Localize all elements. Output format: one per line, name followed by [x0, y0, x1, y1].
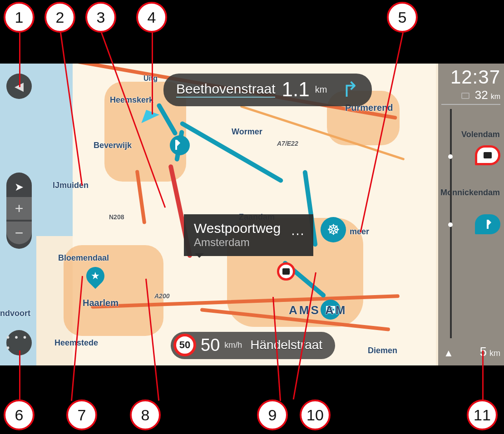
selected-location-name: Westpoortweg — [194, 221, 281, 236]
map-label: AMS AM — [289, 303, 347, 317]
speed-panel: 50 50 km/h Händelstraat — [171, 332, 335, 359]
road-shield-label: A200 — [154, 292, 169, 300]
selected-location-city: Amsterdam — [194, 236, 281, 249]
callout-10: 10 — [300, 399, 331, 430]
callout-line — [19, 350, 20, 400]
zoom-view-cluster: ➤ + − — [6, 173, 32, 249]
callout-line — [482, 350, 484, 400]
current-street-name: Händelstraat — [250, 338, 322, 352]
turn-right-icon: ↱ — [341, 77, 359, 102]
next-distance-unit: km — [315, 84, 327, 95]
callout-3: 3 — [85, 2, 116, 33]
callout-1: 1 — [4, 2, 35, 33]
arrival-divider — [441, 104, 500, 105]
callout-2: 2 — [44, 2, 75, 33]
minus-icon: − — [15, 225, 24, 242]
callout-line — [19, 33, 20, 87]
road-shield-label: N208 — [109, 213, 124, 221]
steering-wheel-icon: ☸ — [327, 221, 340, 238]
map-label: Wormer — [232, 127, 262, 137]
map-label: Diemen — [368, 346, 397, 355]
callout-line — [152, 33, 153, 114]
route-bar-scale-unit: km — [489, 349, 500, 358]
map-label: Bloemendaal — [58, 253, 109, 263]
route-bar-current-arrow-icon: ▲ — [444, 347, 454, 359]
next-road-name: Beethovenstraat — [176, 81, 275, 98]
route-bar-camera-icon[interactable] — [475, 145, 500, 165]
route-bar[interactable]: 12:37 32 km ▲ 5 km — [438, 64, 504, 365]
remaining-distance-unit: km — [491, 93, 500, 101]
callout-4: 4 — [136, 2, 167, 33]
route-bar-waypoint-icon[interactable] — [475, 214, 500, 234]
map-label: Beverwijk — [94, 141, 132, 150]
drive-here-button[interactable]: ☸ — [321, 217, 346, 242]
map-label: meer — [350, 227, 369, 237]
map-viewport[interactable]: ★ Heemskerk Beverwijk IJmuiden Bloemenda… — [0, 64, 504, 365]
remaining-distance-value: 32 — [475, 88, 488, 102]
selected-location-popup[interactable]: Westpoortweg Amsterdam ⋮ ☸ — [184, 214, 313, 256]
location-arrow-icon: ➤ — [15, 181, 24, 193]
map-label: Uitg — [143, 74, 158, 83]
map-label: IJmuiden — [53, 181, 89, 190]
callout-5: 5 — [387, 2, 418, 33]
callout-11: 11 — [467, 399, 498, 430]
road-shield-label: A7/E22 — [277, 140, 298, 147]
arrival-panel[interactable]: 12:37 32 km — [441, 66, 500, 105]
arrival-time: 12:37 — [441, 66, 500, 88]
waypoint-marker-icon[interactable] — [170, 135, 190, 155]
next-instruction-panel[interactable]: Beethovenstraat 1.1 km ↱ — [163, 74, 372, 106]
speed-camera-icon[interactable] — [277, 262, 295, 281]
map-label: Haarlem — [83, 298, 119, 308]
plus-icon: + — [15, 200, 24, 217]
switch-view-button[interactable]: ➤ — [6, 177, 32, 197]
callout-9: 9 — [257, 399, 288, 430]
zoom-out-button[interactable]: − — [6, 222, 32, 244]
current-speed-value: 50 — [201, 335, 220, 355]
destination-flag-icon — [461, 93, 469, 99]
speed-limit-sign: 50 — [173, 334, 196, 356]
popup-more-button[interactable]: ⋮ — [292, 228, 304, 242]
zoom-in-button[interactable]: + — [6, 197, 32, 220]
route-bar-dot — [448, 154, 453, 159]
callout-7: 7 — [66, 399, 97, 430]
speed-limit-value: 50 — [179, 339, 190, 351]
map-label: ndvoort — [0, 309, 30, 318]
route-bar-dot — [448, 222, 453, 227]
next-distance-value: 1.1 — [282, 78, 309, 101]
map-label: Heemskerk — [110, 95, 153, 105]
callout-8: 8 — [130, 399, 161, 430]
callout-6: 6 — [4, 399, 35, 430]
current-speed-unit: km/h — [224, 340, 242, 350]
